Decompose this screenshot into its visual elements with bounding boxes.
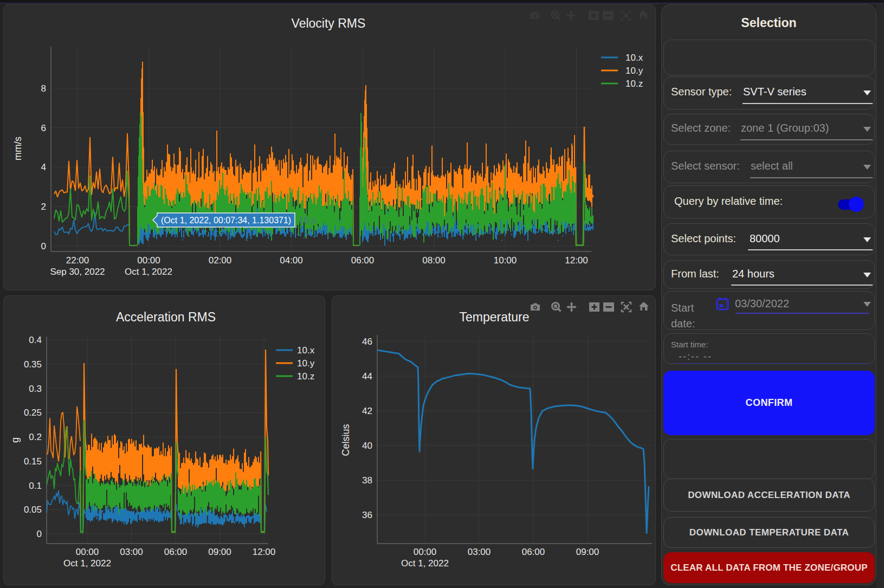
svg-text:0.15: 0.15 bbox=[24, 456, 42, 467]
svg-text:00:00: 00:00 bbox=[137, 255, 160, 266]
svg-text:2: 2 bbox=[41, 202, 46, 212]
svg-text:Temperature: Temperature bbox=[459, 310, 529, 324]
svg-text:46: 46 bbox=[362, 337, 372, 347]
svg-text:0.35: 0.35 bbox=[24, 359, 42, 370]
svg-text:6: 6 bbox=[41, 123, 46, 133]
svg-text:(Oct 1, 2022, 00:07:34, 1.1303: (Oct 1, 2022, 00:07:34, 1.130371) bbox=[161, 216, 291, 225]
svg-text:36: 36 bbox=[362, 510, 372, 520]
svg-text:06:00: 06:00 bbox=[351, 255, 375, 266]
svg-text:Oct 1, 2022: Oct 1, 2022 bbox=[401, 558, 449, 568]
svg-text:mm/s: mm/s bbox=[12, 137, 23, 160]
svg-text:g: g bbox=[10, 437, 21, 443]
svg-text:00:00: 00:00 bbox=[76, 547, 99, 557]
svg-text:Celsius: Celsius bbox=[340, 424, 351, 456]
svg-text:44: 44 bbox=[362, 371, 372, 382]
svg-text:10.x: 10.x bbox=[625, 53, 643, 63]
svg-text:38: 38 bbox=[362, 475, 372, 486]
svg-text:Oct 1, 2022: Oct 1, 2022 bbox=[63, 558, 111, 568]
svg-text:10.x: 10.x bbox=[299, 215, 317, 225]
svg-text:Acceleration RMS: Acceleration RMS bbox=[116, 310, 216, 324]
svg-text:04:00: 04:00 bbox=[280, 255, 303, 266]
svg-text:08:00: 08:00 bbox=[422, 255, 446, 266]
svg-text:03:00: 03:00 bbox=[120, 547, 143, 557]
svg-text:22:00: 22:00 bbox=[66, 255, 89, 266]
svg-text:03:00: 03:00 bbox=[468, 547, 491, 557]
svg-text:02:00: 02:00 bbox=[209, 255, 232, 266]
svg-text:10.x: 10.x bbox=[297, 345, 315, 356]
svg-text:Velocity RMS: Velocity RMS bbox=[292, 16, 366, 30]
svg-text:0.3: 0.3 bbox=[29, 384, 42, 394]
svg-text:00:00: 00:00 bbox=[414, 547, 437, 557]
svg-text:06:00: 06:00 bbox=[522, 547, 545, 557]
svg-text:Oct 1, 2022: Oct 1, 2022 bbox=[125, 267, 172, 277]
svg-text:10.z: 10.z bbox=[625, 79, 643, 89]
svg-text:10:00: 10:00 bbox=[494, 255, 517, 266]
svg-text:09:00: 09:00 bbox=[576, 547, 599, 557]
svg-text:0.4: 0.4 bbox=[29, 335, 42, 345]
svg-text:10.y: 10.y bbox=[625, 66, 643, 76]
svg-text:0: 0 bbox=[37, 529, 42, 539]
svg-text:40: 40 bbox=[362, 441, 372, 451]
svg-text:06:00: 06:00 bbox=[164, 547, 188, 557]
svg-text:0.25: 0.25 bbox=[24, 408, 42, 418]
svg-text:0.2: 0.2 bbox=[29, 432, 42, 442]
svg-text:4: 4 bbox=[41, 162, 46, 172]
svg-text:12:00: 12:00 bbox=[565, 255, 588, 266]
svg-text:8: 8 bbox=[41, 83, 46, 94]
svg-text:0.05: 0.05 bbox=[24, 505, 42, 515]
svg-text:0.1: 0.1 bbox=[29, 481, 42, 491]
svg-text:10.y: 10.y bbox=[297, 358, 315, 369]
svg-text:42: 42 bbox=[362, 406, 372, 416]
svg-text:0: 0 bbox=[41, 241, 46, 251]
svg-text:Sep 30, 2022: Sep 30, 2022 bbox=[50, 267, 105, 277]
svg-text:09:00: 09:00 bbox=[208, 547, 231, 557]
svg-text:10.z: 10.z bbox=[297, 371, 314, 382]
svg-text:12:00: 12:00 bbox=[253, 547, 276, 557]
